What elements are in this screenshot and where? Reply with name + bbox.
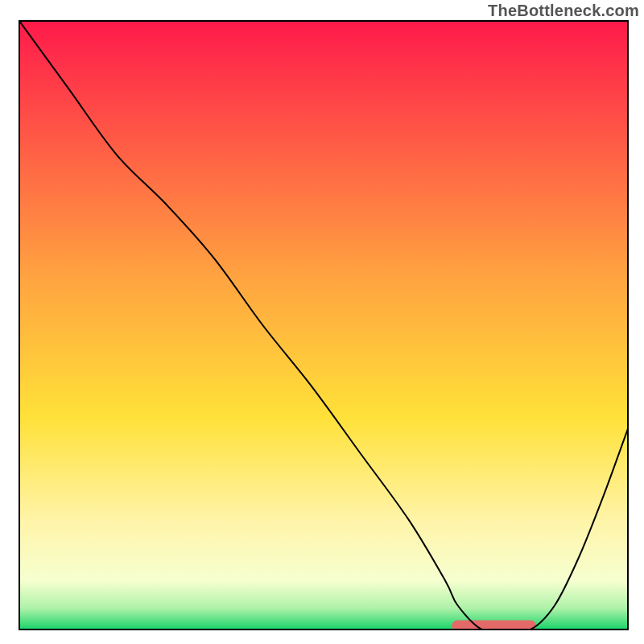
- watermark-text: TheBottleneck.com: [488, 2, 639, 20]
- bottleneck-plot: [0, 0, 644, 644]
- chart-container: TheBottleneck.com: [0, 0, 644, 644]
- gradient-background: [19, 21, 628, 630]
